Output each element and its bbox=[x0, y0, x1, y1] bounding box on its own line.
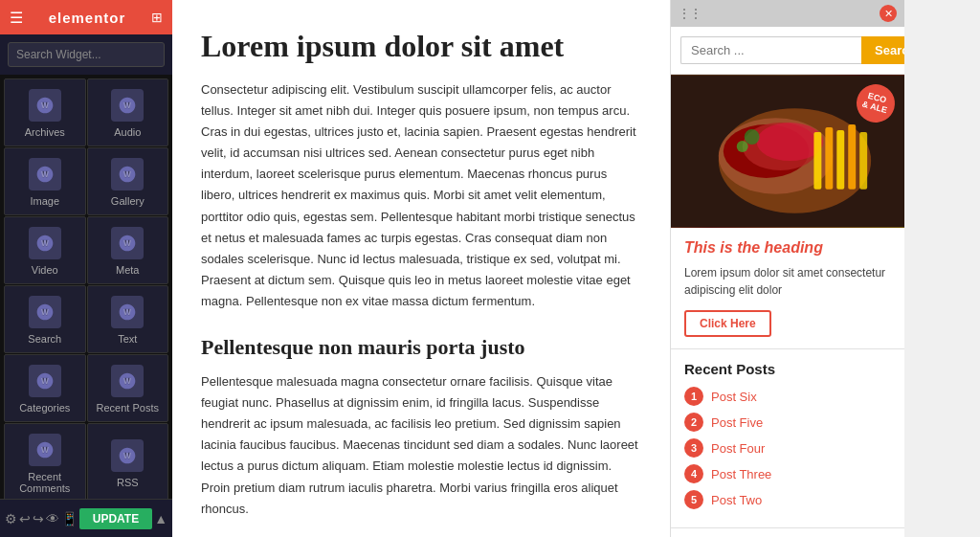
widget-item-image[interactable]: W Image bbox=[4, 147, 86, 215]
svg-rect-40 bbox=[859, 132, 867, 190]
main-heading-1: Lorem ipsum dolor sit amet bbox=[201, 29, 641, 64]
widget-label-recent-comments: Recent Comments bbox=[9, 471, 81, 494]
right-search-button[interactable]: Search bbox=[861, 36, 904, 64]
food-image: ECO & ALE bbox=[671, 75, 904, 228]
update-button[interactable]: UPDATE bbox=[79, 508, 152, 529]
svg-text:W: W bbox=[41, 238, 49, 248]
main-para-2: Pellentesque malesuada magna consectetur… bbox=[201, 371, 641, 520]
widget-grid: W Archives W Audio W Image W bbox=[0, 75, 172, 499]
widget-label-search: Search bbox=[28, 333, 61, 345]
recent-posts-title: Recent Posts bbox=[684, 361, 891, 377]
svg-text:W: W bbox=[123, 376, 131, 386]
sidebar: ☰ elementor ⊞ W Archives W Audio bbox=[0, 0, 172, 537]
widget-label-rss: RSS bbox=[117, 477, 139, 488]
post-number-5: 5 bbox=[684, 490, 703, 509]
search-row: Search bbox=[680, 36, 895, 64]
svg-rect-37 bbox=[825, 127, 833, 190]
svg-text:W: W bbox=[123, 169, 131, 179]
widget-icon-categories: W bbox=[29, 365, 61, 397]
main-heading-2: Pellentesque non mauris porta justo bbox=[201, 335, 641, 360]
settings-icon[interactable]: ⚙ bbox=[5, 511, 17, 526]
grid-icon[interactable]: ⊞ bbox=[151, 10, 163, 25]
sidebar-footer: ⚙ ↩ ↪ 👁 📱 UPDATE ▲ bbox=[0, 499, 172, 537]
widget-item-meta[interactable]: W Meta bbox=[87, 216, 169, 284]
widget-icon-image: W bbox=[29, 158, 61, 190]
drag-icon: ⋮⋮ bbox=[679, 7, 702, 20]
post-number-3: 3 bbox=[684, 438, 703, 458]
panel-close-button[interactable]: ✕ bbox=[880, 5, 897, 22]
widget-icon-recent-comments: W bbox=[29, 434, 61, 466]
post-number-4: 4 bbox=[684, 464, 703, 483]
widget-icon-gallery: W bbox=[111, 158, 144, 190]
widget-label-meta: Meta bbox=[116, 264, 139, 276]
post-link-4[interactable]: Post Three bbox=[711, 467, 771, 481]
svg-text:W: W bbox=[123, 238, 131, 248]
post-list-item: 1 Post Six bbox=[684, 387, 891, 406]
widget-label-gallery: Gallery bbox=[111, 195, 145, 207]
redo-icon[interactable]: ↪ bbox=[33, 511, 44, 526]
click-here-button[interactable]: Click Here bbox=[684, 310, 771, 337]
right-search-input[interactable] bbox=[680, 36, 861, 64]
widget-item-gallery[interactable]: W Gallery bbox=[87, 147, 169, 215]
search-widget: Search bbox=[671, 27, 904, 75]
main-para-1: Consectetur adipiscing elit. Vestibulum … bbox=[201, 79, 641, 312]
widget-label-audio: Audio bbox=[114, 126, 141, 138]
widget-item-text[interactable]: W Text bbox=[87, 285, 169, 353]
svg-point-41 bbox=[745, 129, 760, 145]
search-bar bbox=[0, 34, 172, 75]
svg-text:W: W bbox=[41, 101, 49, 110]
widget-item-audio[interactable]: W Audio bbox=[87, 78, 169, 146]
widget-icon-recent-posts: W bbox=[111, 365, 144, 397]
hamburger-icon[interactable]: ☰ bbox=[10, 9, 23, 27]
undo-icon[interactable]: ↩ bbox=[19, 511, 31, 526]
recent-posts-widget: Recent Posts 1 Post Six 2 Post Five 3 Po… bbox=[671, 349, 904, 528]
widget-item-categories[interactable]: W Categories bbox=[4, 354, 86, 422]
right-panel: ⋮⋮ ✕ Search bbox=[670, 0, 904, 537]
widget-icon-search: W bbox=[29, 296, 61, 328]
eye-icon[interactable]: 👁 bbox=[46, 511, 59, 526]
widget-label-video: Video bbox=[32, 264, 58, 276]
widget-icon-rss: W bbox=[111, 439, 144, 472]
widget-item-archives[interactable]: W Archives bbox=[4, 78, 86, 146]
widget-icon-meta: W bbox=[111, 227, 144, 259]
widget-icon-audio: W bbox=[111, 89, 144, 122]
post-link-3[interactable]: Post Four bbox=[711, 441, 765, 456]
post-list-item: 4 Post Three bbox=[684, 464, 891, 483]
post-link-2[interactable]: Post Five bbox=[711, 415, 763, 430]
widget-item-recent-comments[interactable]: W Recent Comments bbox=[4, 423, 86, 499]
widget-label-archives: Archives bbox=[25, 126, 65, 138]
post-link-5[interactable]: Post Two bbox=[711, 493, 762, 507]
post-list: 1 Post Six 2 Post Five 3 Post Four 4 Pos… bbox=[684, 387, 891, 509]
widget-item-recent-posts[interactable]: W Recent Posts bbox=[87, 354, 169, 422]
widget-search-input[interactable] bbox=[8, 42, 165, 67]
widget-icon-video: W bbox=[29, 227, 61, 259]
widget-label-recent-posts: Recent Posts bbox=[97, 402, 159, 414]
more-icon[interactable]: ▲ bbox=[154, 511, 167, 526]
post-link-1[interactable]: Post Six bbox=[711, 390, 757, 404]
post-number-2: 2 bbox=[684, 413, 703, 432]
widget-item-video[interactable]: W Video bbox=[4, 216, 86, 284]
widget-icon-text: W bbox=[111, 296, 144, 328]
meta-widget: Meta Site Admin Log out bbox=[671, 528, 904, 537]
svg-text:W: W bbox=[41, 376, 49, 386]
sidebar-title: elementor bbox=[49, 10, 126, 26]
card-heading: This is the heading bbox=[684, 239, 891, 257]
svg-text:W: W bbox=[123, 451, 131, 460]
svg-text:W: W bbox=[123, 307, 131, 317]
sidebar-header: ☰ elementor ⊞ bbox=[0, 0, 172, 34]
svg-rect-39 bbox=[848, 124, 856, 190]
widget-item-rss[interactable]: W RSS bbox=[87, 423, 169, 499]
main-content: Lorem ipsum dolor sit amet Consectetur a… bbox=[172, 0, 670, 537]
svg-text:W: W bbox=[41, 307, 49, 317]
mobile-icon[interactable]: 📱 bbox=[61, 511, 78, 526]
post-list-item: 3 Post Four bbox=[684, 438, 891, 458]
svg-point-35 bbox=[757, 123, 824, 161]
svg-point-42 bbox=[737, 141, 748, 152]
widget-item-search[interactable]: W Search bbox=[4, 285, 86, 353]
widget-label-categories: Categories bbox=[19, 402, 70, 414]
widget-icon-archives: W bbox=[29, 89, 61, 122]
right-panel-header: ⋮⋮ ✕ bbox=[671, 0, 904, 27]
svg-text:W: W bbox=[41, 169, 49, 179]
svg-text:W: W bbox=[123, 101, 131, 110]
svg-text:W: W bbox=[41, 445, 49, 455]
